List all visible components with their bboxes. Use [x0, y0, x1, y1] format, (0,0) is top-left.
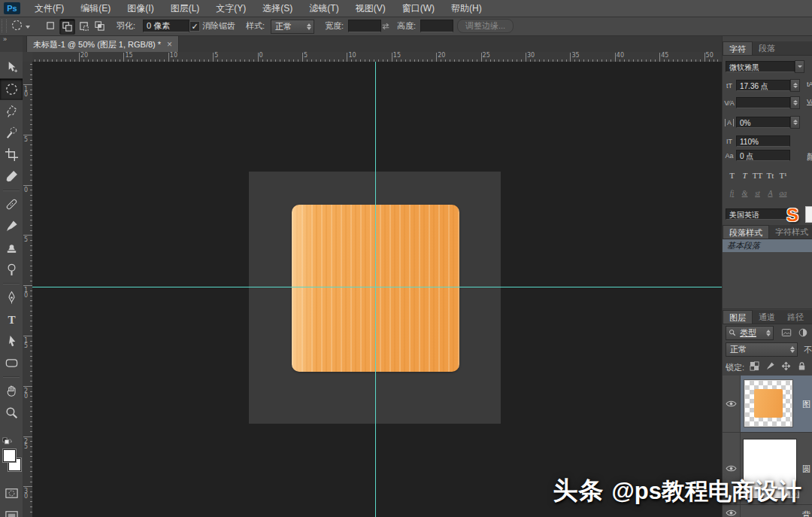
filter-icon-group: [781, 327, 808, 341]
text-style-button-3[interactable]: Tt: [764, 171, 777, 180]
style-dropdown[interactable]: 正常: [271, 20, 314, 34]
swap-dimensions-icon[interactable]: [380, 21, 391, 35]
tool-rounded-rect[interactable]: [0, 352, 23, 374]
menu-item-2[interactable]: 图像(I): [119, 0, 162, 17]
tool-clone-stamp[interactable]: [0, 237, 23, 259]
tab-layers[interactable]: 图层: [723, 310, 753, 324]
tool-crop[interactable]: [0, 144, 23, 166]
antialias-checkbox[interactable]: ✓: [189, 21, 200, 32]
tool-healing[interactable]: [0, 193, 23, 215]
tool-pen[interactable]: [0, 287, 23, 309]
menu-item-6[interactable]: 滤镜(T): [301, 0, 347, 17]
tool-move[interactable]: [0, 56, 23, 78]
opentype-button-1[interactable]: &: [738, 189, 751, 197]
menu-item-1[interactable]: 编辑(E): [72, 0, 119, 17]
tool-ellipse-marquee[interactable]: [0, 78, 23, 100]
chevron-updown-icon: [764, 330, 773, 336]
opentype-button-0[interactable]: fi: [726, 189, 738, 197]
new-selection-button[interactable]: [44, 19, 58, 33]
tab-paragraph[interactable]: 段落: [753, 41, 781, 55]
close-tab-icon[interactable]: ×: [167, 39, 172, 50]
kerning-field[interactable]: [736, 97, 790, 108]
tool-lasso[interactable]: [0, 100, 23, 122]
height-input[interactable]: [420, 20, 453, 32]
screen-mode-button[interactable]: [0, 505, 23, 517]
menu-item-4[interactable]: 文字(Y): [208, 0, 254, 17]
text-style-button-0[interactable]: T: [726, 171, 738, 180]
lock-position-icon[interactable]: [781, 360, 791, 374]
tool-brush[interactable]: [0, 215, 23, 237]
text-style-button-4[interactable]: T¹: [777, 171, 789, 180]
tab-paths[interactable]: 路径: [781, 310, 810, 324]
tab-channels[interactable]: 通道: [753, 310, 781, 324]
menu-item-8[interactable]: 窗口(W): [394, 0, 443, 17]
vertical-ruler: 105051015202530: [23, 62, 33, 517]
text-style-button-1[interactable]: T: [738, 171, 751, 180]
font-family-dropdown[interactable]: [795, 60, 804, 73]
quick-mask-button[interactable]: [0, 482, 23, 504]
layer-name[interactable]: 背: [802, 509, 810, 517]
tool-hand[interactable]: [0, 380, 23, 402]
width-input[interactable]: [348, 20, 381, 32]
toolbar-collapse[interactable]: »: [0, 35, 23, 52]
menu-item-0[interactable]: 文件(F): [26, 0, 72, 17]
font-family-field[interactable]: 微软雅黑: [726, 61, 795, 72]
tab-character-styles[interactable]: 字符样式: [769, 225, 812, 239]
proportional-spacing-icon: A: [725, 119, 734, 126]
opacity-label: 不: [804, 345, 812, 356]
proportional-spacing-dropdown[interactable]: [790, 116, 800, 129]
canvas-area[interactable]: [32, 62, 722, 517]
menu-item-5[interactable]: 选择(S): [254, 0, 301, 17]
opentype-button-2[interactable]: st: [751, 189, 764, 197]
search-icon: [729, 329, 736, 338]
kerning-dropdown[interactable]: [790, 96, 800, 109]
font-size-dropdown[interactable]: [790, 79, 800, 92]
image-filter-icon[interactable]: [781, 327, 792, 341]
adjust-filter-icon[interactable]: [798, 327, 808, 341]
ruler-origin-box[interactable]: [23, 52, 33, 62]
language-field[interactable]: 美国英语: [726, 208, 787, 220]
layer-name[interactable]: 圆: [802, 464, 810, 475]
lock-pixels-icon[interactable]: [765, 360, 775, 374]
tool-eyedropper[interactable]: [0, 166, 23, 187]
layer-row-0[interactable]: 图: [723, 376, 812, 433]
tool-zoom[interactable]: [0, 402, 23, 424]
lock-transparent-icon[interactable]: [750, 360, 759, 374]
tab-character[interactable]: 字符: [723, 41, 753, 55]
tab-paragraph-styles[interactable]: 段落样式: [723, 225, 769, 239]
foreground-color-swatch[interactable]: [3, 449, 16, 462]
lock-all-icon[interactable]: [797, 360, 807, 374]
tool-dodge[interactable]: [0, 259, 23, 281]
add-to-selection-button[interactable]: [59, 19, 75, 35]
feather-input[interactable]: 0 像素: [143, 20, 189, 32]
intersect-selection-button[interactable]: [92, 19, 107, 33]
baseline-shift-field[interactable]: 0 点: [736, 150, 790, 161]
layer-name[interactable]: 图: [802, 399, 810, 410]
vertical-scale-field[interactable]: 110%: [736, 135, 790, 147]
text-style-button-2[interactable]: TT: [751, 171, 764, 180]
tool-type[interactable]: T: [0, 309, 23, 330]
layer-thumbnail[interactable]: [744, 380, 792, 427]
tool-quick-select[interactable]: [0, 122, 23, 144]
blend-mode-dropdown[interactable]: 正常: [726, 342, 798, 357]
layer-filter-dropdown[interactable]: 类型: [726, 326, 774, 340]
proportional-spacing-field[interactable]: 0%: [736, 117, 790, 128]
layer-visibility-toggle[interactable]: [723, 376, 741, 432]
font-size-field[interactable]: 17.36 点: [736, 80, 790, 91]
subtract-from-selection-button[interactable]: [77, 19, 91, 33]
menu-bar: Ps 文件(F)编辑(E)图像(I)图层(L)文字(Y)选择(S)滤镜(T)视图…: [0, 0, 812, 17]
opentype-button-3[interactable]: A: [764, 189, 777, 197]
add-to-selection-icon: [62, 21, 73, 32]
vertical-guide[interactable]: [375, 62, 376, 517]
tool-preset[interactable]: [11, 19, 30, 35]
document-tab[interactable]: 未标题-1 @ 50% (图层 1, RGB/8) * ×: [26, 35, 179, 53]
horizontal-guide[interactable]: [32, 287, 722, 287]
hruler-label: 50: [706, 52, 714, 59]
menu-item-9[interactable]: 帮助(H): [443, 0, 490, 17]
tool-path-select[interactable]: [0, 330, 23, 352]
menu-item-3[interactable]: 图层(L): [162, 0, 208, 17]
opentype-button-4[interactable]: aa: [777, 189, 789, 197]
refine-edge-button[interactable]: 调整边缘...: [457, 19, 514, 33]
menu-item-7[interactable]: 视图(V): [347, 0, 394, 17]
paragraph-style-item[interactable]: 基本段落: [723, 239, 812, 252]
